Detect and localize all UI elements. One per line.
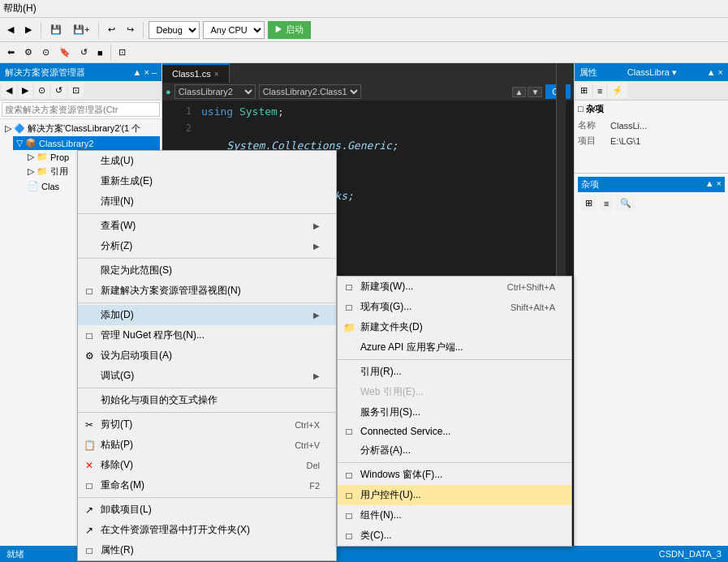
ctx-paste-shortcut: Ctrl+V xyxy=(295,440,320,450)
menu-help[interactable]: 帮助(H) xyxy=(3,2,37,15)
ctx-unload[interactable]: ↗ 卸载项目(L) xyxy=(78,500,336,520)
ctx-properties-icon: □ xyxy=(83,544,96,557)
props-controls[interactable]: ▲ × xyxy=(707,67,723,77)
tree-root[interactable]: ▷ 🔷 解决方案'ClassLibrary2'(1 个 xyxy=(2,121,160,136)
tab-class1[interactable]: Class1.cs × xyxy=(162,63,230,83)
ctx-sep6 xyxy=(78,497,336,498)
start-button[interactable]: ▶ 启动 xyxy=(268,21,310,39)
tree-prop-arrow: ▷ xyxy=(28,152,34,162)
ctx-rebuild[interactable]: 重新生成(E) xyxy=(78,171,336,191)
props-row2-value: E:\LG\1 xyxy=(610,136,640,146)
sol-toolbar-btn3[interactable]: ⊙ xyxy=(34,83,50,98)
toolbar-back[interactable]: ◀ xyxy=(3,22,18,37)
tree-ref-label: 引用 xyxy=(50,165,68,178)
tree-project-label: ClassLibrary2 xyxy=(39,139,93,148)
ctx-sep2 xyxy=(78,258,336,259)
nav-up-btn[interactable]: ▲ xyxy=(512,87,527,97)
toolbar2-extra[interactable]: ⊡ xyxy=(114,45,130,60)
ctx-sep5 xyxy=(78,412,336,413)
ctx-clean[interactable]: 清理(N) xyxy=(78,191,336,212)
toolbar-sep3 xyxy=(143,22,144,38)
ctx-properties[interactable]: □ 属性(R) xyxy=(78,540,336,560)
cpu-dropdown[interactable]: Any CPU xyxy=(203,21,265,39)
props-lower-btn2[interactable]: ≡ xyxy=(600,195,613,211)
ctx-remove-label: 移除(V) xyxy=(101,458,133,472)
ctx-properties-label: 属性(R) xyxy=(101,543,134,557)
ctx-build[interactable]: 生成(U) xyxy=(78,151,336,171)
toolbar2-btn3[interactable]: ⊙ xyxy=(38,45,54,60)
toolbar2-refresh[interactable]: ↺ xyxy=(76,45,92,60)
ctx-cut[interactable]: ✂ 剪切(T) Ctrl+X xyxy=(78,414,336,435)
toolbar2-btn2[interactable]: ⚙ xyxy=(20,45,37,60)
ctx-nuget-icon: □ xyxy=(83,329,96,342)
sol-toolbar-btn1[interactable]: ◀ xyxy=(2,83,16,98)
ctx-remove-shortcut: Del xyxy=(306,461,320,470)
nav-left-dropdown[interactable]: ClassLibrary2 xyxy=(174,84,256,99)
ctx-init-label: 初始化与项目的交互式操作 xyxy=(101,393,218,407)
ctx-paste[interactable]: 📋 粘贴(P) Ctrl+V xyxy=(78,435,336,455)
ctx-view[interactable]: 查看(W) ▶ xyxy=(78,216,336,236)
toolbar-save[interactable]: 💾 xyxy=(46,22,66,37)
nav-right-dropdown[interactable]: ClassLibrary2.Class1 xyxy=(259,84,361,99)
ctx-explorer-label: 在文件资源管理器中打开文件夹(X) xyxy=(101,523,250,537)
sol-toolbar-btn2[interactable]: ▶ xyxy=(18,83,32,98)
ctx-unload-icon: ↗ xyxy=(83,504,96,517)
toolbar2-btn1[interactable]: ⬅ xyxy=(3,45,19,60)
props-dropdown[interactable]: ClassLibra ▾ xyxy=(627,67,677,78)
ctx-clean-label: 清理(N) xyxy=(101,195,134,208)
props-lower-header: 杂项 ▲ × xyxy=(578,177,725,192)
ctx-debug[interactable]: 调试(G) ▶ xyxy=(78,366,336,386)
props-lower-btn3[interactable]: 🔍 xyxy=(616,195,635,211)
ctx-explorer-icon: ↗ xyxy=(83,524,96,537)
props-header: 属性 ClassLibra ▾ ▲ × xyxy=(575,63,728,81)
props-btn2[interactable]: ≡ xyxy=(593,83,606,98)
ctx-remove[interactable]: ✕ 移除(V) Del xyxy=(78,455,336,475)
tree-root-icon: 🔷 xyxy=(14,123,25,134)
ctx-nuget[interactable]: □ 管理 NuGet 程序包(N)... xyxy=(78,325,336,345)
search-input[interactable] xyxy=(2,102,160,117)
nav-arrow: ● xyxy=(166,87,171,97)
toolbar-saveall[interactable]: 💾+ xyxy=(69,22,93,37)
ctx-add[interactable]: 添加(D) ▶ xyxy=(78,305,336,325)
ctx-init[interactable]: 初始化与项目的交互式操作 xyxy=(78,390,336,410)
props-lower-btn1[interactable]: ⊞ xyxy=(581,195,597,211)
ctx-startup[interactable]: ⚙ 设为启动项目(A) xyxy=(78,345,336,366)
ctx-newview-label: 新建解决方案资源管理器视图(N) xyxy=(101,284,241,298)
status-right: CSDN_DATA_3 xyxy=(659,549,722,559)
code-text-2 xyxy=(201,121,208,138)
sol-toolbar-btn5[interactable]: ⊡ xyxy=(68,83,84,98)
sol-toolbar-btn4[interactable]: ↺ xyxy=(51,83,67,98)
props-lower-toolbar: ⊞ ≡ 🔍 xyxy=(581,195,722,211)
toolbar2-sep xyxy=(110,45,111,61)
tab-class1-close[interactable]: × xyxy=(214,70,219,79)
menu-bar: 帮助(H) xyxy=(0,0,728,18)
ctx-scope[interactable]: 限定为此范围(S) xyxy=(78,260,336,281)
props-btn3[interactable]: ⚡ xyxy=(608,83,627,98)
props-lower-controls[interactable]: ▲ × xyxy=(705,178,722,191)
nav-down-btn[interactable]: ▼ xyxy=(528,87,542,97)
debug-dropdown[interactable]: Debug xyxy=(149,21,200,39)
ctx-build-label: 生成(U) xyxy=(101,154,134,168)
sol-explorer-header: 解决方案资源管理器 ▲ × – xyxy=(0,63,162,81)
tree-project[interactable]: ▽ 📦 ClassLibrary2 xyxy=(13,136,160,150)
tree-project-icon: 📦 xyxy=(25,138,37,148)
props-btn1[interactable]: ⊞ xyxy=(576,83,592,98)
ctx-cut-label: 剪切(T) xyxy=(101,418,132,431)
ctx-explorer[interactable]: ↗ 在文件资源管理器中打开文件夹(X) xyxy=(78,520,336,540)
toolbar-forward[interactable]: ▶ xyxy=(21,22,36,37)
context-menu[interactable]: 生成(U) 重新生成(E) 清理(N) 查看(W) ▶ 分析(Z) ▶ 限定为此… xyxy=(77,150,337,561)
toolbar-redo[interactable]: ↪ xyxy=(123,22,138,37)
ctx-analyze[interactable]: 分析(Z) ▶ xyxy=(78,236,336,256)
ctx-rename[interactable]: □ 重命名(M) F2 xyxy=(78,475,336,496)
properties-panel: 属性 ClassLibra ▾ ▲ × ⊞ ≡ ⚡ □ 杂项 名称 ClassL… xyxy=(574,63,728,546)
ctx-add-label: 添加(D) xyxy=(101,308,134,322)
toolbar-undo[interactable]: ↩ xyxy=(104,22,119,37)
ctx-scope-label: 限定为此范围(S) xyxy=(101,264,172,277)
ctx-newview[interactable]: □ 新建解决方案资源管理器视图(N) xyxy=(78,281,336,301)
editor-scrollbar[interactable] xyxy=(556,63,566,388)
toolbar2-stop[interactable]: ■ xyxy=(93,45,107,60)
props-lower-title: 杂项 xyxy=(581,178,599,191)
toolbar2-bookmark[interactable]: 🔖 xyxy=(55,45,75,60)
tab-class1-label: Class1.cs xyxy=(172,69,211,79)
sol-explorer-controls[interactable]: ▲ × – xyxy=(132,67,157,77)
